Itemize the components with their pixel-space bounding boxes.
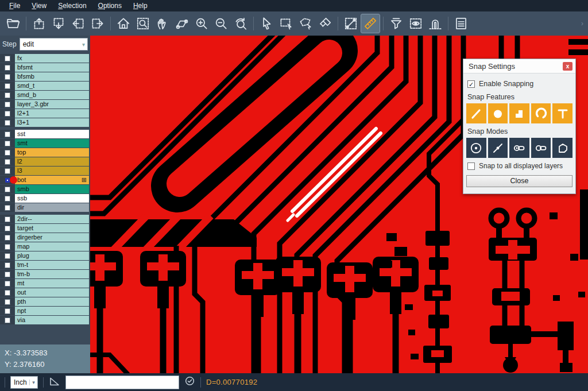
layer-name[interactable]: pth — [15, 297, 89, 306]
dialog-close-icon[interactable]: x — [563, 62, 572, 71]
layer-name[interactable]: out — [15, 288, 89, 297]
select-pointer-button[interactable] — [257, 14, 276, 33]
select-rectangle-button[interactable] — [276, 14, 296, 33]
menu-item-selection[interactable]: Selection — [52, 0, 92, 11]
layer-name[interactable]: l2+1 — [15, 109, 89, 118]
step-select[interactable]: edit ▾ — [20, 38, 88, 51]
layer-row[interactable]: 2dir-- — [0, 215, 90, 223]
layer-row[interactable]: dir — [0, 203, 90, 212]
filter-button[interactable] — [386, 14, 406, 33]
snap-feature-text-button[interactable] — [552, 103, 572, 123]
angle-mode-button[interactable] — [49, 375, 60, 389]
pan-button[interactable] — [153, 14, 172, 33]
layer-name[interactable]: l2 — [15, 157, 89, 166]
menu-item-view[interactable]: View — [26, 0, 52, 11]
ruler-measure-button[interactable] — [361, 14, 380, 33]
layer-name[interactable]: layer_3.gbr — [15, 100, 89, 109]
layer-name[interactable]: plug — [15, 251, 89, 260]
snap-all-layers-row[interactable]: Snap to all displayed layers — [467, 162, 571, 170]
layer-visibility-checkbox[interactable] — [0, 251, 15, 260]
layer-row[interactable]: tm-t — [0, 261, 90, 269]
layer-visibility-checkbox[interactable] — [0, 118, 15, 127]
enable-snapping-checkbox[interactable]: ✓ — [467, 80, 475, 88]
snap-feature-line-button[interactable] — [466, 103, 486, 123]
layer-name[interactable]: l3+1 — [15, 118, 89, 127]
layer-name[interactable]: bfsmb — [15, 72, 89, 81]
toolbar-overflow-chevron[interactable]: › — [581, 20, 583, 28]
layer-name[interactable]: npt — [15, 307, 89, 315]
layer-name[interactable]: smd_b — [15, 91, 89, 99]
layer-visibility-checkbox[interactable] — [0, 215, 15, 223]
menu-item-file[interactable]: File — [3, 0, 26, 11]
zoom-previous-button[interactable] — [231, 14, 250, 33]
select-polygon-button[interactable] — [296, 14, 315, 33]
layer-visibility-checkbox[interactable] — [0, 167, 15, 175]
shift-up-button[interactable] — [29, 14, 49, 33]
layer-name[interactable]: smt — [15, 139, 89, 148]
enable-snapping-row[interactable]: ✓ Enable Snapping — [467, 80, 571, 88]
layer-visibility-checkbox[interactable] — [0, 194, 15, 203]
snap-mode-slot-center-button[interactable] — [509, 138, 529, 158]
layer-visibility-checkbox[interactable] — [0, 224, 15, 233]
shift-left-button[interactable] — [68, 14, 88, 33]
snap-feature-arc-button[interactable] — [531, 103, 551, 123]
snap-all-layers-checkbox[interactable] — [467, 162, 475, 170]
layer-name[interactable]: dir — [15, 203, 89, 212]
layer-visibility-checkbox[interactable] — [0, 63, 15, 72]
layer-visibility-checkbox[interactable] — [0, 185, 15, 193]
measure-distance-button[interactable] — [341, 14, 361, 33]
layer-visibility-checkbox[interactable] — [0, 233, 15, 242]
layer-row[interactable]: layer_3.gbr — [0, 100, 90, 109]
layer-row[interactable]: ssb — [0, 194, 90, 203]
snap-mode-center-button[interactable] — [466, 138, 486, 158]
layer-visibility-checkbox[interactable] — [0, 203, 15, 212]
layer-visibility-checkbox[interactable] — [0, 130, 15, 138]
layer-name[interactable]: target — [15, 224, 89, 233]
layer-name[interactable]: sst — [15, 130, 89, 138]
layer-name[interactable]: fx — [15, 54, 89, 63]
home-view-button[interactable] — [114, 14, 133, 33]
layer-row[interactable]: target — [0, 224, 90, 233]
layer-name[interactable]: tm-t — [15, 261, 89, 269]
layer-row[interactable]: pth — [0, 297, 90, 306]
unit-select[interactable]: Inch ▾ — [10, 376, 38, 389]
layer-visibility-checkbox[interactable] — [0, 72, 15, 81]
brush-select-button[interactable] — [315, 14, 335, 33]
layer-name[interactable]: 2dir-- — [15, 215, 89, 223]
layer-row[interactable]: npt — [0, 307, 90, 315]
dialog-close-button[interactable]: Close — [466, 175, 572, 187]
layer-row[interactable]: sst — [0, 130, 90, 138]
layer-row[interactable]: tm-b — [0, 270, 90, 278]
layer-name[interactable]: smb — [15, 185, 89, 193]
layer-row[interactable]: l2+1 — [0, 109, 90, 118]
layer-row[interactable]: smd_b — [0, 91, 90, 99]
layer-row[interactable]: l3+1 — [0, 118, 90, 127]
layer-name[interactable]: map — [15, 242, 89, 251]
layer-visibility-checkbox[interactable] — [0, 316, 15, 324]
shift-down-button[interactable] — [49, 14, 68, 33]
layer-row[interactable]: smb — [0, 185, 90, 193]
layer-visibility-checkbox[interactable] — [0, 157, 15, 166]
layer-row[interactable]: l3 — [0, 167, 90, 175]
layer-row[interactable]: dirgerber — [0, 233, 90, 242]
layer-name[interactable]: dirgerber — [15, 233, 89, 242]
layer-visibility-checkbox[interactable] — [0, 148, 15, 157]
open-file-button[interactable] — [3, 14, 23, 33]
layer-row[interactable]: plug — [0, 251, 90, 260]
layer-row[interactable]: out — [0, 288, 90, 297]
layer-visibility-checkbox[interactable] — [0, 297, 15, 306]
layer-name[interactable]: bfsmt — [15, 63, 89, 72]
layer-name[interactable]: top — [15, 148, 89, 157]
layer-row[interactable]: top — [0, 148, 90, 157]
layer-visibility-checkbox[interactable] — [0, 54, 15, 63]
layer-row[interactable]: bot⊞ — [0, 176, 90, 184]
layer-visibility-checkbox[interactable] — [0, 307, 15, 315]
menu-item-options[interactable]: Options — [92, 0, 127, 11]
apply-measure-button[interactable] — [184, 375, 195, 389]
layer-visibility-checkbox[interactable] — [0, 139, 15, 148]
layer-manager-button[interactable] — [451, 14, 471, 33]
layer-row[interactable]: smd_t — [0, 82, 90, 90]
layer-visibility-checkbox[interactable] — [0, 261, 15, 269]
layer-name[interactable]: mt — [15, 279, 89, 288]
measure-input[interactable] — [65, 375, 179, 389]
